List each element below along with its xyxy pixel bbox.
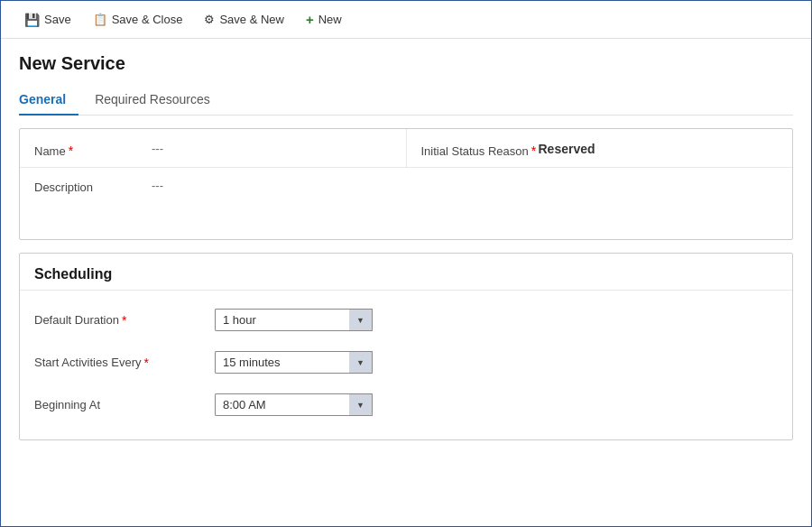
save-icon: 💾 [24, 13, 40, 27]
default-duration-select-wrapper: 1 hour 30 minutes 2 hours 4 hours [215, 309, 373, 331]
description-label: Description [34, 179, 152, 194]
name-label: Name * [34, 142, 152, 158]
app-container: 💾 Save 📋 Save & Close ⚙ Save & New + New… [0, 0, 812, 527]
start-activities-label: Start Activities Every * [34, 356, 215, 370]
initial-status-reason-value: Reserved [539, 142, 779, 156]
scheduling-section-card: Scheduling Default Duration * 1 hour 30 … [19, 253, 793, 440]
default-duration-select[interactable]: 1 hour 30 minutes 2 hours 4 hours [215, 309, 373, 331]
page-title: New Service [19, 53, 793, 74]
tab-required-resources[interactable]: Required Resources [95, 85, 223, 116]
beginning-at-select-wrapper: 8:00 AM 9:00 AM 10:00 AM [215, 393, 373, 416]
start-activities-required: * [143, 356, 148, 370]
general-section-card: Name * --- Initial Status Reason * Reser… [19, 128, 793, 240]
start-activities-select[interactable]: 15 minutes 30 minutes 1 hour [215, 351, 373, 374]
tab-general[interactable]: General [19, 85, 78, 116]
start-activities-row: Start Activities Every * 15 minutes 30 m… [34, 340, 778, 383]
name-value: --- [152, 142, 392, 155]
beginning-at-select[interactable]: 8:00 AM 9:00 AM 10:00 AM [215, 393, 373, 416]
beginning-at-label: Beginning At [34, 398, 215, 411]
initial-status-reason-required-star: * [531, 143, 536, 158]
initial-status-reason-label: Initial Status Reason * [421, 142, 539, 158]
description-value: --- [152, 179, 778, 192]
toolbar: 💾 Save 📋 Save & Close ⚙ Save & New + New [1, 1, 811, 39]
new-button[interactable]: + New [297, 8, 351, 31]
page-content: New Service General Required Resources N… [1, 39, 811, 526]
start-activities-select-wrapper: 15 minutes 30 minutes 1 hour [215, 351, 373, 374]
scheduling-title: Scheduling [20, 254, 792, 291]
tabs: General Required Resources [19, 85, 793, 116]
save-new-icon: ⚙ [204, 13, 215, 26]
default-duration-required: * [122, 313, 126, 328]
name-required-star: * [69, 143, 73, 158]
save-close-icon: 📋 [93, 13, 107, 26]
save-new-button[interactable]: ⚙ Save & New [195, 9, 293, 30]
new-icon: + [306, 12, 314, 27]
beginning-at-row: Beginning At 8:00 AM 9:00 AM 10:00 AM [34, 383, 778, 425]
scheduling-fields: Default Duration * 1 hour 30 minutes 2 h… [20, 291, 792, 439]
save-close-button[interactable]: 📋 Save & Close [84, 9, 192, 30]
default-duration-row: Default Duration * 1 hour 30 minutes 2 h… [34, 298, 778, 340]
default-duration-label: Default Duration * [34, 313, 215, 328]
save-button[interactable]: 💾 Save [15, 9, 80, 31]
